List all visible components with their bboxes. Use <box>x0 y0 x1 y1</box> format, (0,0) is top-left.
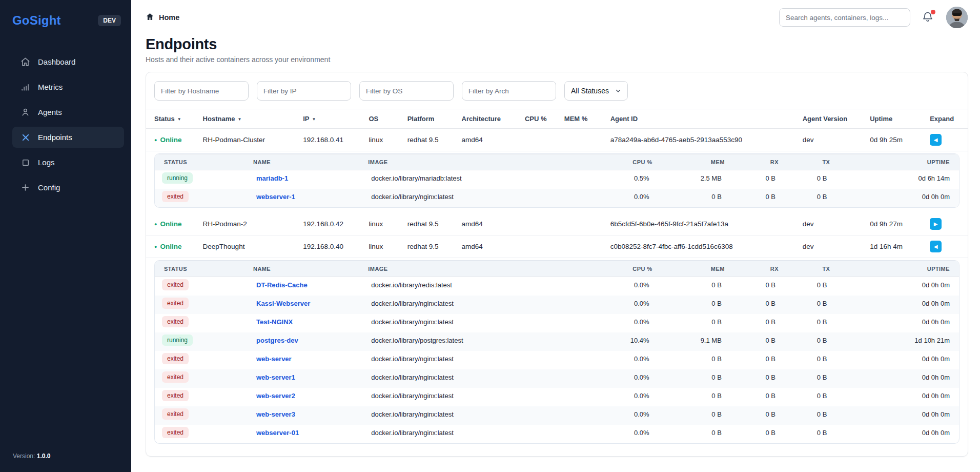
container-tx: 0 B <box>784 170 835 189</box>
container-mem: 0 B <box>658 314 730 332</box>
host-arch: amd64 <box>458 213 521 235</box>
hosts-table: Status Hostname IP OS Platform Architect… <box>146 109 968 449</box>
col-uptime: Uptime <box>866 109 926 129</box>
sort-icon <box>175 115 181 123</box>
container-uptime: 0d 0h 0m <box>835 351 959 369</box>
container-mem: 9.1 MB <box>658 332 730 351</box>
container-status-badge: exited <box>162 279 189 290</box>
container-name-link[interactable]: webserver-01 <box>256 429 299 437</box>
sidebar-item-label: Metrics <box>38 83 63 91</box>
container-image: docker.io/library/nginx:latest <box>363 388 581 406</box>
container-mem: 0 B <box>658 425 730 443</box>
container-tx: 0 B <box>784 314 835 332</box>
container-image: docker.io/library/nginx:latest <box>363 189 581 207</box>
container-cpu: 0.0% <box>581 296 658 314</box>
col-expand: Expand <box>926 109 968 129</box>
containers-sub-row: STATUS NAME IMAGE CPU % MEM RX TX UPTIME… <box>146 258 968 449</box>
app-logo[interactable]: GoSight <box>12 13 61 28</box>
container-name-link[interactable]: postgres-dev <box>256 337 298 344</box>
container-image: docker.io/library/nginx:latest <box>363 425 581 443</box>
chevron-down-icon <box>615 88 621 94</box>
expand-button[interactable] <box>930 134 942 146</box>
host-row: Online RH-Podman-2 192.168.0.42 linux re… <box>146 213 968 235</box>
host-uptime: 0d 9h 27m <box>866 213 926 235</box>
col-os: OS <box>364 109 403 129</box>
sidebar-item-dashboard[interactable]: Dashboard <box>12 51 124 72</box>
filter-os-input[interactable] <box>359 81 454 101</box>
home-icon <box>21 57 30 67</box>
container-name-link[interactable]: Test-NGINX <box>256 318 293 326</box>
container-rx: 0 B <box>730 425 784 443</box>
container-status-badge: exited <box>162 390 189 401</box>
container-tx: 0 B <box>784 296 835 314</box>
container-name-link[interactable]: web-server1 <box>256 373 295 381</box>
bar-chart-icon <box>21 82 30 92</box>
container-rx: 0 B <box>730 388 784 406</box>
expand-button[interactable] <box>930 218 942 230</box>
sidebar-item-metrics[interactable]: Metrics <box>12 76 124 97</box>
filter-ip-input[interactable] <box>257 81 351 101</box>
host-mem <box>560 129 606 151</box>
notifications-button[interactable] <box>922 11 935 24</box>
sidebar-item-agents[interactable]: Agents <box>12 102 124 123</box>
container-name-link[interactable]: webserver-1 <box>256 193 295 201</box>
col-cpu: CPU % <box>521 109 560 129</box>
host-ip: 192.168.0.42 <box>299 213 364 235</box>
host-ip: 192.168.0.40 <box>299 235 364 258</box>
home-icon <box>146 12 154 23</box>
container-row: exited web-server1 docker.io/library/ngi… <box>155 369 959 388</box>
page-head: Endpoints Hosts and their active contain… <box>131 35 980 64</box>
status-filter-select[interactable]: All Statuses <box>564 81 628 101</box>
host-status-badge: Online <box>154 243 181 250</box>
avatar[interactable] <box>946 7 968 28</box>
ccol-name: NAME <box>248 154 363 170</box>
host-agent-id: 6b5cfd5f-6b0e-465f-9fcf-21a5f7afe13a <box>606 213 799 235</box>
container-rx: 0 B <box>730 406 784 425</box>
container-cpu: 0.0% <box>581 369 658 388</box>
ccol-rx: RX <box>730 261 784 277</box>
sidebar-item-logs[interactable]: Logs <box>12 152 124 173</box>
expand-button[interactable] <box>930 241 942 252</box>
sidebar-item-label: Logs <box>38 158 55 167</box>
container-name-link[interactable]: web-server2 <box>256 392 295 400</box>
container-mem: 0 B <box>658 406 730 425</box>
container-image: docker.io/library/redis:latest <box>363 277 581 296</box>
ccol-mem: MEM <box>658 154 730 170</box>
container-uptime: 0d 0h 0m <box>835 189 959 207</box>
container-name-link[interactable]: web-server3 <box>256 410 295 418</box>
container-name-link[interactable]: mariadb-1 <box>256 174 288 182</box>
containers-table: STATUS NAME IMAGE CPU % MEM RX TX UPTIME… <box>155 261 959 443</box>
host-platform: redhat 9.5 <box>403 213 458 235</box>
filter-arch-input[interactable] <box>462 81 556 101</box>
sidebar-item-config[interactable]: Config <box>12 177 124 198</box>
container-status-badge: exited <box>162 427 189 438</box>
container-status-badge: exited <box>162 408 189 420</box>
endpoints-card: All Statuses Status Hostname IP OS <box>146 72 968 457</box>
container-tx: 0 B <box>784 406 835 425</box>
filter-hostname-input[interactable] <box>154 81 249 101</box>
filter-row: All Statuses <box>146 72 968 109</box>
ccol-rx: RX <box>730 154 784 170</box>
container-cpu: 0.0% <box>581 425 658 443</box>
col-agent-id: Agent ID <box>606 109 799 129</box>
container-name-link[interactable]: Kassi-Webserver <box>256 300 310 307</box>
col-hostname[interactable]: Hostname <box>199 109 299 129</box>
brand-row: GoSight DEV <box>0 0 131 33</box>
notification-dot <box>931 10 935 14</box>
container-name-link[interactable]: web-server <box>256 355 292 363</box>
main-area: Home <box>131 0 980 472</box>
version-label: Version: <box>13 453 35 460</box>
col-ip[interactable]: IP <box>299 109 364 129</box>
col-status[interactable]: Status <box>146 109 199 129</box>
breadcrumb[interactable]: Home <box>146 12 179 23</box>
container-mem: 0 B <box>658 388 730 406</box>
container-mem: 0 B <box>658 369 730 388</box>
container-uptime: 0d 0h 0m <box>835 296 959 314</box>
ccol-cpu: CPU % <box>581 261 658 277</box>
sidebar-item-endpoints[interactable]: Endpoints <box>12 127 124 148</box>
search-input[interactable] <box>779 8 910 27</box>
container-name-link[interactable]: DT-Redis-Cache <box>256 281 308 289</box>
container-status-badge: running <box>162 335 193 346</box>
sort-icon <box>235 115 241 123</box>
square-icon <box>21 158 30 167</box>
